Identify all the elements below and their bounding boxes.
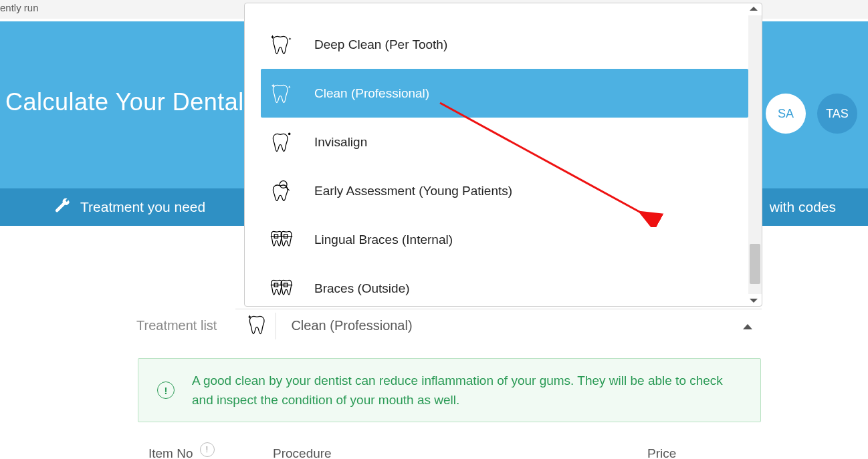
dropdown-option-label: Lingual Braces (Internal) <box>314 233 453 247</box>
tooth-sparkle-icon <box>269 32 294 57</box>
svg-point-0 <box>288 132 291 135</box>
tooth-sparkle-icon <box>269 81 294 106</box>
price-table-header: Item No ! Procedure Price <box>148 446 764 459</box>
column-header-item-no: Item No ! <box>148 446 273 459</box>
dropdown-option-clean-professional[interactable]: Clean (Professional) <box>261 69 748 118</box>
dropdown-option-lingual-braces[interactable]: Lingual Braces (Internal) <box>245 215 748 264</box>
dropdown-option-label: Early Assessment (Young Patients) <box>314 184 512 198</box>
braces-icon <box>269 276 294 301</box>
dropdown-option-braces-outside[interactable]: Braces (Outside) <box>245 264 748 306</box>
treatment-select-value: Clean (Professional) <box>291 318 412 333</box>
dropdown-option-label: Clean (Professional) <box>314 86 429 101</box>
dropdown-option-label: Braces (Outside) <box>314 281 410 296</box>
tab-with-codes[interactable]: with codes <box>770 199 836 215</box>
tab-label: Treatment you need <box>80 199 205 215</box>
tab-treatment-you-need[interactable]: Treatment you need <box>53 197 205 218</box>
info-text: A good clean by your dentist can reduce … <box>192 371 742 410</box>
treatment-list-label: Treatment list <box>136 318 217 333</box>
braces-icon <box>269 227 294 253</box>
info-badge-icon[interactable]: ! <box>200 442 215 457</box>
dropdown-option-deep-clean[interactable]: Deep Clean (Per Tooth) <box>245 21 748 69</box>
scrollbar-thumb[interactable] <box>750 244 760 284</box>
scroll-up-button[interactable] <box>750 7 758 11</box>
dropdown-option-invisalign[interactable]: Invisalign <box>245 118 748 166</box>
column-header-price: Price <box>647 446 676 459</box>
divider <box>276 313 276 339</box>
truncated-text: ently run <box>0 2 39 13</box>
treatment-select[interactable]: Clean (Professional) <box>235 309 762 342</box>
dropdown-option-early-assessment[interactable]: Early Assessment (Young Patients) <box>245 166 748 215</box>
column-header-procedure: Procedure <box>273 446 647 459</box>
treatment-dropdown-panel: Deep Clean (Per Tooth) Clean (Profession… <box>244 3 762 307</box>
wrench-icon <box>53 197 71 218</box>
treatment-select-row: Treatment list Clean (Professional) <box>136 309 762 342</box>
tooth-sparkle-icon <box>246 313 270 339</box>
info-callout: ! A good clean by your dentist can reduc… <box>138 358 761 422</box>
scroll-down-button[interactable] <box>750 299 758 303</box>
state-pill-sa[interactable]: SA <box>766 94 806 134</box>
tooth-magnify-icon <box>269 178 294 204</box>
dropdown-option-label: Deep Clean (Per Tooth) <box>314 37 447 52</box>
tooth-dot-icon <box>269 130 294 155</box>
info-icon: ! <box>157 381 175 399</box>
state-pill-tas[interactable]: TAS <box>817 94 857 134</box>
chevron-up-icon <box>743 324 752 329</box>
dropdown-option-label: Invisalign <box>314 135 367 150</box>
dropdown-list: Deep Clean (Per Tooth) Clean (Profession… <box>245 3 748 306</box>
